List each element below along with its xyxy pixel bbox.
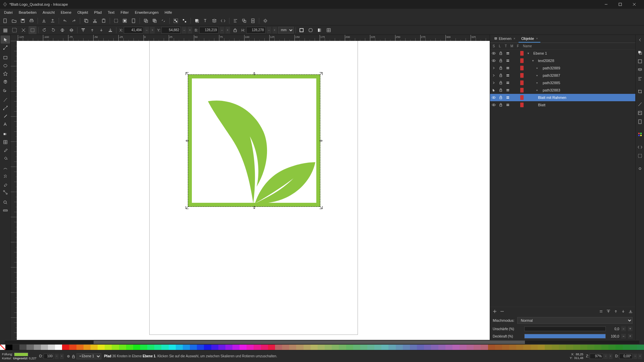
h-input[interactable]: [246, 27, 266, 34]
resize-handle-nw[interactable]: [185, 72, 189, 76]
palette-swatch[interactable]: [289, 345, 296, 350]
highlight-color[interactable]: [520, 58, 524, 63]
resize-handle-s[interactable]: [252, 205, 256, 209]
palette-swatch[interactable]: [98, 345, 105, 350]
palette-swatch[interactable]: [367, 345, 374, 350]
highlight-color[interactable]: [520, 51, 524, 56]
palette-swatch[interactable]: [360, 345, 367, 350]
3d-box-tool[interactable]: [1, 78, 10, 86]
dock-preferences-icon[interactable]: [636, 165, 644, 172]
visibility-icon[interactable]: [491, 51, 497, 55]
select-all-layers-button[interactable]: [1, 26, 9, 34]
copy-button[interactable]: [82, 17, 90, 25]
highlight-color[interactable]: [520, 95, 524, 100]
palette-swatch[interactable]: [69, 345, 76, 350]
highlight-color[interactable]: [520, 103, 524, 107]
status-opacity-input[interactable]: [44, 354, 54, 359]
palette-swatch[interactable]: [332, 345, 339, 350]
undo-button[interactable]: [61, 17, 69, 25]
selected-object[interactable]: [188, 74, 320, 207]
close-tab-icon[interactable]: ×: [536, 37, 538, 40]
palette-swatch[interactable]: [183, 345, 190, 350]
dock-object-properties-icon[interactable]: [636, 58, 644, 65]
zoom-minus[interactable]: −: [604, 354, 608, 359]
palette-swatch[interactable]: [318, 345, 325, 350]
lock-aspect-button[interactable]: [231, 26, 239, 34]
type-icon[interactable]: [505, 103, 511, 107]
object-row-Ebene 1[interactable]: ▼ Ebene 1: [490, 50, 635, 57]
palette-swatch[interactable]: [247, 345, 254, 350]
palette-swatch[interactable]: [538, 345, 545, 350]
status-opacity-plus[interactable]: +: [60, 354, 64, 359]
add-object-button[interactable]: [491, 308, 498, 315]
fill-stroke-dialog-button[interactable]: [193, 17, 201, 25]
object-row-path32887[interactable]: ▾ path32887: [490, 72, 635, 79]
palette-swatch[interactable]: [346, 345, 353, 350]
palette-swatch[interactable]: [204, 345, 211, 350]
visibility-icon[interactable]: [491, 88, 497, 92]
menu-bearbeiten[interactable]: Bearbeiten: [16, 9, 39, 15]
lock-icon[interactable]: [498, 59, 504, 63]
palette-swatch[interactable]: [311, 345, 318, 350]
menu-text[interactable]: Text: [105, 9, 117, 15]
rotation-input[interactable]: [619, 354, 633, 359]
dock-swatches-icon[interactable]: [636, 131, 644, 138]
palette-swatch[interactable]: [460, 345, 467, 350]
ellipse-tool[interactable]: [1, 62, 10, 70]
palette-swatch[interactable]: [239, 345, 247, 350]
dock-fill-stroke-icon[interactable]: [636, 49, 644, 56]
object-row-path32885[interactable]: ▾ path32885: [490, 79, 635, 86]
ruler-corner[interactable]: [11, 35, 17, 41]
palette-swatch[interactable]: [211, 345, 218, 350]
cut-button[interactable]: [91, 17, 99, 25]
palette-swatch[interactable]: [566, 345, 573, 350]
expand-icon[interactable]: ▼: [532, 59, 536, 62]
palette-swatch[interactable]: [573, 345, 580, 350]
opacity-minus-button[interactable]: −: [621, 334, 626, 339]
transform-corners-button[interactable]: [307, 26, 315, 34]
paste-button[interactable]: [100, 17, 108, 25]
palette-swatch[interactable]: [445, 345, 452, 350]
expand-icon[interactable]: ▾: [536, 89, 540, 92]
layers-dialog-button[interactable]: [210, 17, 218, 25]
expand-icon[interactable]: ▼: [527, 52, 531, 55]
expand-icon[interactable]: ▾: [536, 74, 540, 77]
menu-datei[interactable]: Datei: [1, 9, 15, 15]
visibility-icon[interactable]: [491, 81, 497, 85]
redo-button[interactable]: [70, 17, 78, 25]
visibility-icon[interactable]: [491, 59, 497, 63]
highlight-color[interactable]: [520, 80, 524, 85]
clone-button[interactable]: [151, 17, 159, 25]
toggle-rubber-band-button[interactable]: [29, 26, 37, 34]
h-plus-button[interactable]: +: [272, 27, 277, 34]
resize-handle-se[interactable]: [319, 205, 323, 209]
type-icon[interactable]: [505, 52, 511, 55]
dropper-tool[interactable]: [1, 146, 10, 154]
palette-swatch[interactable]: [516, 345, 523, 350]
raise-top-button[interactable]: [79, 26, 87, 34]
palette-swatch[interactable]: [509, 345, 516, 350]
y-plus-button[interactable]: +: [187, 27, 192, 34]
transform-stroke-button[interactable]: [298, 26, 306, 34]
object-row-Blatt mit Rahmen[interactable]: Blatt mit Rahmen: [490, 94, 635, 101]
horizontal-scrollbar[interactable]: [0, 340, 644, 345]
type-icon[interactable]: [505, 96, 511, 99]
visibility-icon[interactable]: [491, 73, 497, 77]
palette-swatch[interactable]: [225, 345, 232, 350]
group-button[interactable]: [172, 17, 180, 25]
dock-xml-icon[interactable]: [636, 143, 644, 151]
collapse-all-button[interactable]: [598, 308, 604, 315]
calligraphy-tool[interactable]: [1, 112, 10, 120]
palette-swatch[interactable]: [424, 345, 431, 350]
deselect-button[interactable]: [19, 26, 28, 34]
tweak-tool[interactable]: [1, 164, 10, 172]
rotation-plus[interactable]: +: [638, 354, 642, 359]
lock-icon[interactable]: [498, 88, 504, 92]
palette-swatch[interactable]: [601, 345, 608, 350]
blur-slider[interactable]: [524, 326, 606, 331]
resize-handle-sw[interactable]: [185, 205, 189, 209]
lower-bottom-button[interactable]: [106, 26, 114, 34]
palette-swatch[interactable]: [339, 345, 346, 350]
canvas[interactable]: [17, 41, 490, 340]
stroke-value[interactable]: Ungesetzt: [13, 357, 28, 360]
